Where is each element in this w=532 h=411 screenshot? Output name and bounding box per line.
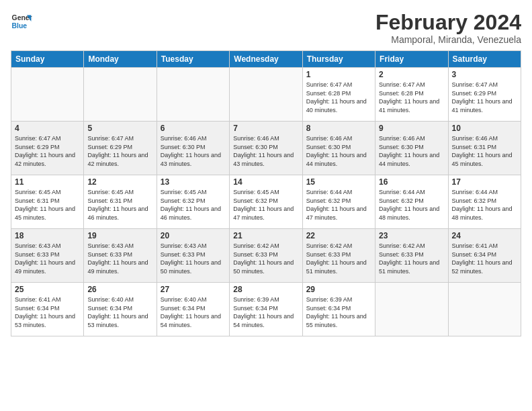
table-cell: 24Sunrise: 6:41 AM Sunset: 6:34 PM Dayli… — [448, 229, 521, 283]
logo: General Blue — [11, 11, 32, 32]
table-cell: 12Sunrise: 6:45 AM Sunset: 6:31 PM Dayli… — [84, 175, 157, 229]
table-cell: 8Sunrise: 6:46 AM Sunset: 6:30 PM Daylig… — [302, 122, 375, 175]
table-cell: 21Sunrise: 6:42 AM Sunset: 6:33 PM Dayli… — [230, 229, 302, 283]
table-cell — [375, 283, 448, 336]
page: General Blue February 2024 Mamporal, Mir… — [0, 0, 532, 411]
table-cell: 14Sunrise: 6:45 AM Sunset: 6:32 PM Dayli… — [230, 175, 302, 229]
table-cell — [157, 68, 229, 122]
table-cell: 9Sunrise: 6:46 AM Sunset: 6:30 PM Daylig… — [375, 122, 448, 175]
col-tuesday: Tuesday — [157, 51, 229, 68]
col-wednesday: Wednesday — [230, 51, 302, 68]
svg-text:Blue: Blue — [12, 22, 28, 30]
calendar-header-row: Sunday Monday Tuesday Wednesday Thursday… — [11, 51, 521, 68]
calendar-subtitle: Mamporal, Miranda, Venezuela — [375, 34, 521, 45]
table-cell: 17Sunrise: 6:44 AM Sunset: 6:32 PM Dayli… — [448, 175, 521, 229]
col-friday: Friday — [375, 51, 448, 68]
table-cell: 4Sunrise: 6:47 AM Sunset: 6:29 PM Daylig… — [11, 122, 84, 175]
table-cell: 1Sunrise: 6:47 AM Sunset: 6:28 PM Daylig… — [302, 68, 375, 122]
calendar-title: February 2024 — [375, 11, 521, 34]
table-cell: 26Sunrise: 6:40 AM Sunset: 6:34 PM Dayli… — [84, 283, 157, 336]
col-thursday: Thursday — [302, 51, 375, 68]
table-cell: 18Sunrise: 6:43 AM Sunset: 6:33 PM Dayli… — [11, 229, 84, 283]
table-cell: 29Sunrise: 6:39 AM Sunset: 6:34 PM Dayli… — [302, 283, 375, 336]
table-cell: 28Sunrise: 6:39 AM Sunset: 6:34 PM Dayli… — [230, 283, 302, 336]
title-block: February 2024 Mamporal, Miranda, Venezue… — [375, 11, 521, 45]
col-saturday: Saturday — [448, 51, 521, 68]
table-cell: 20Sunrise: 6:43 AM Sunset: 6:33 PM Dayli… — [157, 229, 229, 283]
table-cell: 15Sunrise: 6:44 AM Sunset: 6:32 PM Dayli… — [302, 175, 375, 229]
table-cell: 19Sunrise: 6:43 AM Sunset: 6:33 PM Dayli… — [84, 229, 157, 283]
table-cell: 25Sunrise: 6:41 AM Sunset: 6:34 PM Dayli… — [11, 283, 84, 336]
table-cell: 2Sunrise: 6:47 AM Sunset: 6:28 PM Daylig… — [375, 68, 448, 122]
header: General Blue February 2024 Mamporal, Mir… — [11, 11, 521, 45]
table-cell: 5Sunrise: 6:47 AM Sunset: 6:29 PM Daylig… — [84, 122, 157, 175]
table-cell: 10Sunrise: 6:46 AM Sunset: 6:31 PM Dayli… — [448, 122, 521, 175]
calendar-table: Sunday Monday Tuesday Wednesday Thursday… — [11, 50, 521, 336]
logo-icon: General Blue — [11, 11, 32, 32]
table-cell: 3Sunrise: 6:47 AM Sunset: 6:29 PM Daylig… — [448, 68, 521, 122]
table-cell: 7Sunrise: 6:46 AM Sunset: 6:30 PM Daylig… — [230, 122, 302, 175]
table-cell: 6Sunrise: 6:46 AM Sunset: 6:30 PM Daylig… — [157, 122, 229, 175]
table-cell: 23Sunrise: 6:42 AM Sunset: 6:33 PM Dayli… — [375, 229, 448, 283]
table-cell — [230, 68, 302, 122]
table-cell — [84, 68, 157, 122]
table-cell: 27Sunrise: 6:40 AM Sunset: 6:34 PM Dayli… — [157, 283, 229, 336]
table-cell: 11Sunrise: 6:45 AM Sunset: 6:31 PM Dayli… — [11, 175, 84, 229]
table-cell: 16Sunrise: 6:44 AM Sunset: 6:32 PM Dayli… — [375, 175, 448, 229]
col-monday: Monday — [84, 51, 157, 68]
table-cell — [11, 68, 84, 122]
col-sunday: Sunday — [11, 51, 84, 68]
table-cell: 22Sunrise: 6:42 AM Sunset: 6:33 PM Dayli… — [302, 229, 375, 283]
table-cell — [448, 283, 521, 336]
table-cell: 13Sunrise: 6:45 AM Sunset: 6:32 PM Dayli… — [157, 175, 229, 229]
